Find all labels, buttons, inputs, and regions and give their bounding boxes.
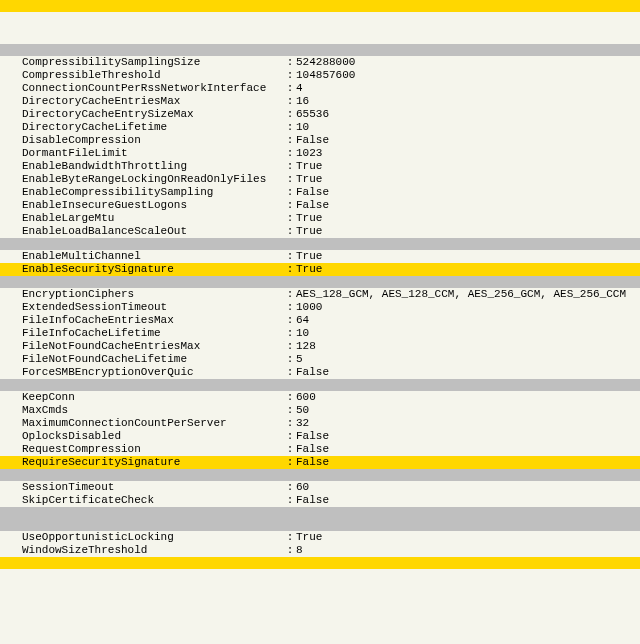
property-key: ConnectionCountPerRssNetworkInterface [22,82,284,95]
property-row: WindowSizeThreshold:8 [0,544,640,557]
property-value: 16 [296,95,640,108]
colon-separator: : [284,327,296,340]
colon-separator: : [284,494,296,507]
colon-separator: : [284,301,296,314]
property-value: False [296,456,640,469]
property-value: False [296,134,640,147]
colon-separator: : [284,147,296,160]
separator-bar [0,276,640,288]
property-group: EnableMultiChannel:TrueEnableSecuritySig… [0,250,640,276]
colon-separator: : [284,430,296,443]
colon-separator: : [284,108,296,121]
property-row: FileNotFoundCacheLifetime:5 [0,353,640,366]
property-value: 64 [296,314,640,327]
property-row: ForceSMBEncryptionOverQuic:False [0,366,640,379]
colon-separator: : [284,366,296,379]
property-value: 128 [296,340,640,353]
property-group: EncryptionCiphers:AES_128_GCM, AES_128_C… [0,288,640,379]
property-value: True [296,225,640,238]
property-key: EnableInsecureGuestLogons [22,199,284,212]
colon-separator: : [284,225,296,238]
property-row: OplocksDisabled:False [0,430,640,443]
property-value: True [296,212,640,225]
property-row: RequestCompression:False [0,443,640,456]
property-row: EnableMultiChannel:True [0,250,640,263]
property-row: EnableInsecureGuestLogons:False [0,199,640,212]
colon-separator: : [284,531,296,544]
property-value: False [296,443,640,456]
property-row: KeepConn:600 [0,391,640,404]
property-group: UseOpportunisticLocking:TrueWindowSizeTh… [0,531,640,557]
property-value: 32 [296,417,640,430]
property-row: EnableSecuritySignature:True [0,263,640,276]
property-key: EnableLoadBalanceScaleOut [22,225,284,238]
property-value: False [296,186,640,199]
property-key: FileNotFoundCacheLifetime [22,353,284,366]
property-key: SessionTimeout [22,481,284,494]
property-value: 50 [296,404,640,417]
separator-bar [0,238,640,250]
property-key: OplocksDisabled [22,430,284,443]
property-key: DisableCompression [22,134,284,147]
colon-separator: : [284,82,296,95]
property-key: EnableSecuritySignature [22,263,284,276]
property-key: EnableByteRangeLockingOnReadOnlyFiles [22,173,284,186]
property-value: False [296,199,640,212]
property-value: True [296,250,640,263]
property-key: RequireSecuritySignature [22,456,284,469]
property-value: 60 [296,481,640,494]
property-value: False [296,430,640,443]
property-value: True [296,263,640,276]
property-value: 8 [296,544,640,557]
property-key: DirectoryCacheEntriesMax [22,95,284,108]
colon-separator: : [284,160,296,173]
property-key: DormantFileLimit [22,147,284,160]
property-row: FileNotFoundCacheEntriesMax:128 [0,340,640,353]
property-value: 600 [296,391,640,404]
separator-bar [0,469,640,481]
colon-separator: : [284,95,296,108]
property-row: CompressibilitySamplingSize:524288000 [0,56,640,69]
property-key: EncryptionCiphers [22,288,284,301]
property-value: False [296,366,640,379]
separator-bar [0,519,640,531]
colon-separator: : [284,443,296,456]
property-row: ConnectionCountPerRssNetworkInterface:4 [0,82,640,95]
colon-separator: : [284,404,296,417]
property-row: DirectoryCacheEntrySizeMax:65536 [0,108,640,121]
property-row: EnableBandwidthThrottling:True [0,160,640,173]
property-group: CompressibilitySamplingSize:524288000Com… [0,56,640,238]
property-key: WindowSizeThreshold [22,544,284,557]
colon-separator: : [284,173,296,186]
property-row: DisableCompression:False [0,134,640,147]
colon-separator: : [284,456,296,469]
property-value: 104857600 [296,69,640,82]
property-value: True [296,173,640,186]
highlight-bar [0,557,640,569]
property-key: RequestCompression [22,443,284,456]
property-key: ExtendedSessionTimeout [22,301,284,314]
property-value: 10 [296,327,640,340]
property-key: MaximumConnectionCountPerServer [22,417,284,430]
property-row: CompressibleThreshold:104857600 [0,69,640,82]
property-key: DirectoryCacheLifetime [22,121,284,134]
highlight-bar [0,0,640,12]
property-key: FileInfoCacheEntriesMax [22,314,284,327]
property-key: ForceSMBEncryptionOverQuic [22,366,284,379]
colon-separator: : [284,250,296,263]
property-value: 10 [296,121,640,134]
config-listing: CompressibilitySamplingSize:524288000Com… [0,0,640,569]
property-row: EnableCompressibilitySampling:False [0,186,640,199]
property-value: 524288000 [296,56,640,69]
property-key: SkipCertificateCheck [22,494,284,507]
colon-separator: : [284,340,296,353]
property-key: EnableBandwidthThrottling [22,160,284,173]
property-key: UseOpportunisticLocking [22,531,284,544]
property-value: 4 [296,82,640,95]
colon-separator: : [284,56,296,69]
property-row: DirectoryCacheLifetime:10 [0,121,640,134]
colon-separator: : [284,353,296,366]
colon-separator: : [284,263,296,276]
property-value: 1000 [296,301,640,314]
colon-separator: : [284,481,296,494]
